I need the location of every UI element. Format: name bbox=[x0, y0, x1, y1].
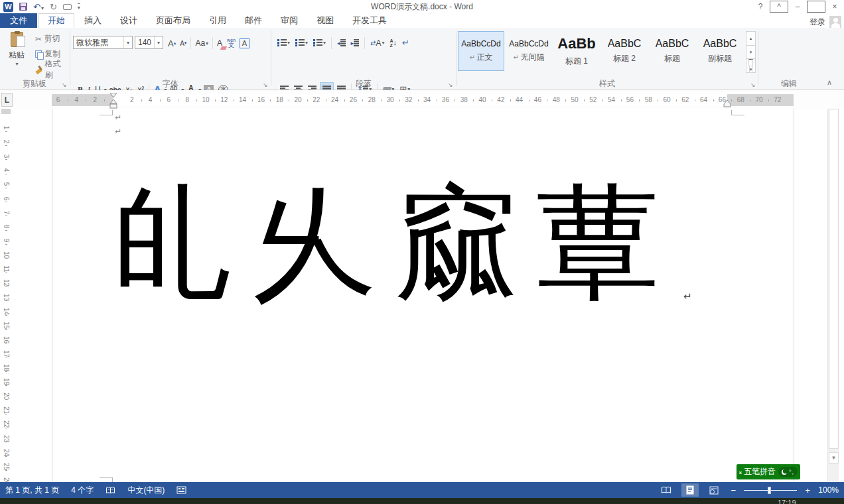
ime-indicator[interactable]: » 五笔拼音 °, bbox=[737, 464, 800, 479]
undo-button[interactable]: ↶▾ bbox=[33, 3, 44, 11]
font-dialog-launcher[interactable]: ↘ bbox=[263, 82, 268, 88]
ime-halfwidth-moon-icon[interactable] bbox=[782, 470, 787, 475]
font-name-combo[interactable]: 微软雅黑 ▾ bbox=[73, 36, 133, 49]
numbering-button[interactable]: ▾ bbox=[293, 36, 310, 50]
ime-name[interactable]: 五笔拼音 bbox=[744, 466, 776, 477]
tab-插入[interactable]: 插入 bbox=[76, 13, 110, 28]
style-无间隔[interactable]: AaBbCcDd↵ 无间隔 bbox=[506, 31, 552, 71]
styles-dialog-launcher[interactable]: ↘ bbox=[750, 82, 756, 88]
tab-开始[interactable]: 开始 bbox=[38, 13, 74, 28]
vertical-scrollbar[interactable]: ▲ ▼ bbox=[827, 109, 839, 481]
styles-scroll-up-button[interactable]: ▴ bbox=[746, 31, 756, 46]
vertical-ruler-number: 26 bbox=[3, 477, 10, 482]
asian-layout-button[interactable]: ⇄A▾ bbox=[368, 36, 386, 50]
print-layout-button[interactable] bbox=[681, 483, 699, 497]
scrollbar-thumb[interactable] bbox=[829, 109, 839, 449]
font-size-value[interactable]: 140 bbox=[135, 38, 154, 47]
sign-in-area[interactable]: 登录 bbox=[809, 16, 844, 28]
zoom-slider[interactable] bbox=[744, 486, 797, 494]
paste-dropdown-icon[interactable]: ▾ bbox=[15, 61, 18, 67]
font-size-dropdown-icon[interactable]: ▾ bbox=[154, 36, 163, 48]
restore-button[interactable] bbox=[807, 1, 825, 13]
page-indicator[interactable]: 第 1 页, 共 1 页 bbox=[5, 485, 59, 496]
tab-stop-selector[interactable]: L bbox=[1, 93, 13, 107]
shrink-font-button[interactable]: A▾ bbox=[178, 36, 188, 50]
avatar[interactable] bbox=[829, 16, 841, 28]
ruler-tick bbox=[695, 99, 695, 101]
show-hide-marks-button[interactable]: ↵ bbox=[400, 36, 411, 50]
indent-markers[interactable] bbox=[109, 93, 118, 109]
tab-页面布局[interactable]: 页面布局 bbox=[147, 13, 199, 28]
tab-file[interactable]: 文件 bbox=[0, 13, 37, 28]
bullets-button[interactable]: ▾ bbox=[275, 36, 292, 50]
language-indicator[interactable]: 中文(中国) bbox=[127, 485, 165, 496]
zoom-out-button[interactable]: − bbox=[729, 485, 737, 495]
format-painter-button[interactable]: 格式刷 bbox=[33, 62, 69, 76]
word-count[interactable]: 4 个字 bbox=[71, 485, 94, 496]
style-副标题[interactable]: AaBbC副标题 bbox=[697, 31, 743, 71]
help-button[interactable]: ? bbox=[751, 1, 770, 13]
zoom-in-button[interactable]: + bbox=[804, 485, 811, 495]
zoom-level[interactable]: 100% bbox=[818, 485, 839, 495]
multilevel-dropdown-icon[interactable]: ▾ bbox=[323, 40, 326, 46]
style-标题 1[interactable]: AaBb标题 1 bbox=[553, 31, 600, 71]
grow-font-button[interactable]: A▴ bbox=[166, 36, 178, 50]
ruler-number: 64 bbox=[699, 96, 709, 103]
decrease-indent-button[interactable]: ◂ bbox=[335, 36, 348, 50]
taskbar-sliver: 17:19 bbox=[0, 498, 844, 504]
tab-设计[interactable]: 设计 bbox=[111, 13, 146, 28]
document-text[interactable]: 癿乆窳蕈 bbox=[111, 167, 677, 320]
paste-button[interactable]: 粘贴 ▾ bbox=[3, 32, 31, 82]
collapse-ribbon-button[interactable]: ∧ bbox=[827, 78, 832, 87]
macro-recording-icon[interactable] bbox=[176, 486, 186, 494]
style-标题[interactable]: AaBbC标题 bbox=[649, 31, 695, 71]
clear-formatting-button[interactable]: A bbox=[215, 36, 225, 50]
bullets-dropdown-icon[interactable]: ▾ bbox=[287, 40, 290, 46]
save-button[interactable] bbox=[19, 3, 27, 11]
font-size-combo[interactable]: 140 ▾ bbox=[135, 36, 163, 49]
styles-more-button[interactable]: ▾ bbox=[746, 58, 756, 73]
sign-in-label[interactable]: 登录 bbox=[809, 17, 825, 28]
close-button[interactable]: × bbox=[825, 1, 844, 13]
phonetic-guide-button[interactable]: wén文 bbox=[225, 36, 238, 50]
change-case-dropdown-icon[interactable]: ▾ bbox=[206, 40, 208, 46]
numbering-dropdown-icon[interactable]: ▾ bbox=[305, 40, 308, 46]
proofing-icon[interactable] bbox=[106, 486, 115, 495]
increase-indent-button[interactable]: ▸ bbox=[349, 36, 362, 50]
style-正文[interactable]: AaBbCcDd↵ 正文 bbox=[458, 31, 504, 71]
font-name-value[interactable]: 微软雅黑 bbox=[74, 37, 123, 48]
zoom-slider-thumb[interactable] bbox=[768, 487, 771, 494]
clipboard-dialog-launcher[interactable]: ↘ bbox=[62, 82, 67, 88]
read-mode-button[interactable] bbox=[658, 483, 675, 497]
tab-审阅[interactable]: 审阅 bbox=[272, 13, 307, 28]
ime-chevron-icon[interactable]: » bbox=[737, 471, 744, 473]
web-layout-button[interactable] bbox=[705, 483, 723, 497]
ribbon-display-options-button[interactable]: ^ bbox=[770, 1, 788, 13]
ruler-number: 54 bbox=[606, 96, 617, 103]
font-name-dropdown-icon[interactable]: ▾ bbox=[123, 36, 132, 48]
scroll-down-button[interactable]: ▼ bbox=[829, 452, 839, 464]
asian-layout-dropdown-icon[interactable]: ▾ bbox=[382, 40, 385, 46]
ime-punctuation-icon[interactable]: °, bbox=[789, 469, 794, 475]
cut-button[interactable]: ✂ 剪切 bbox=[33, 32, 69, 46]
document-workspace[interactable]: 1234567891011121314151617181920212223242… bbox=[0, 109, 844, 482]
tab-视图[interactable]: 视图 bbox=[308, 13, 342, 28]
ime-state-pill[interactable]: °, bbox=[778, 467, 798, 477]
style-标题 2[interactable]: AaBbC标题 2 bbox=[601, 31, 648, 71]
paragraph-dialog-launcher[interactable]: ↘ bbox=[448, 82, 453, 88]
customize-qat-button[interactable]: ▾ bbox=[78, 3, 80, 11]
character-border-button[interactable]: A bbox=[238, 36, 251, 50]
change-case-button[interactable]: Aa▾ bbox=[193, 36, 210, 50]
sort-button[interactable]: AZ↓ bbox=[388, 36, 399, 50]
redo-button[interactable]: ↻ bbox=[50, 3, 57, 11]
touch-mode-icon[interactable] bbox=[63, 4, 72, 10]
undo-dropdown-icon[interactable]: ▾ bbox=[41, 5, 44, 11]
multilevel-list-button[interactable]: ▾ bbox=[311, 36, 328, 50]
tab-邮件[interactable]: 邮件 bbox=[236, 13, 271, 28]
styles-scroll-down-button[interactable]: ▾ bbox=[746, 45, 756, 60]
tab-引用[interactable]: 引用 bbox=[200, 13, 235, 28]
right-indent-marker[interactable] bbox=[723, 99, 732, 107]
minimize-button[interactable]: – bbox=[788, 1, 807, 13]
ruler-tick bbox=[565, 99, 566, 101]
tab-开发工具[interactable]: 开发工具 bbox=[344, 13, 395, 28]
